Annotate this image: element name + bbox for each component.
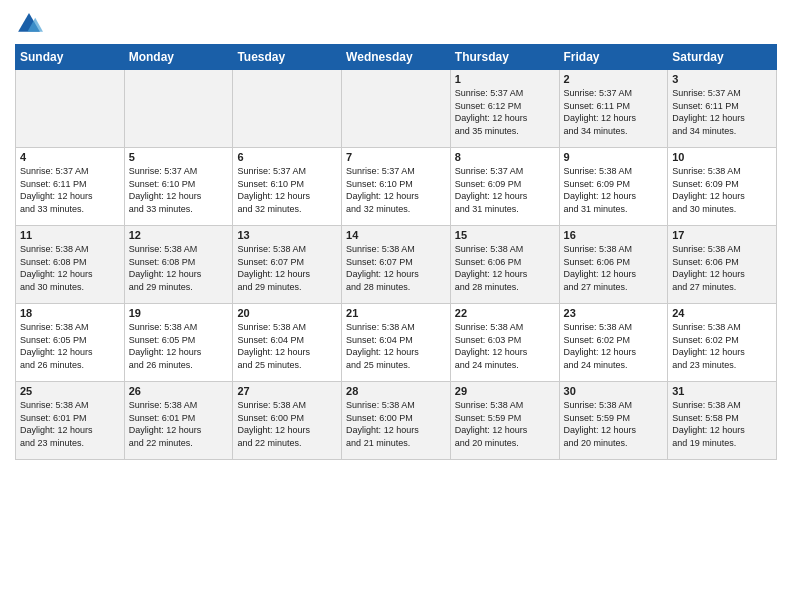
- calendar-cell: [16, 70, 125, 148]
- day-number: 11: [20, 229, 120, 241]
- calendar-cell: 27Sunrise: 5:38 AM Sunset: 6:00 PM Dayli…: [233, 382, 342, 460]
- day-number: 8: [455, 151, 555, 163]
- week-row-5: 25Sunrise: 5:38 AM Sunset: 6:01 PM Dayli…: [16, 382, 777, 460]
- calendar-cell: 14Sunrise: 5:38 AM Sunset: 6:07 PM Dayli…: [342, 226, 451, 304]
- header-cell-wednesday: Wednesday: [342, 45, 451, 70]
- calendar-cell: 13Sunrise: 5:38 AM Sunset: 6:07 PM Dayli…: [233, 226, 342, 304]
- day-number: 19: [129, 307, 229, 319]
- header-cell-sunday: Sunday: [16, 45, 125, 70]
- calendar-cell: 31Sunrise: 5:38 AM Sunset: 5:58 PM Dayli…: [668, 382, 777, 460]
- week-row-3: 11Sunrise: 5:38 AM Sunset: 6:08 PM Dayli…: [16, 226, 777, 304]
- day-number: 2: [564, 73, 664, 85]
- header-cell-thursday: Thursday: [450, 45, 559, 70]
- day-number: 28: [346, 385, 446, 397]
- calendar-cell: 11Sunrise: 5:38 AM Sunset: 6:08 PM Dayli…: [16, 226, 125, 304]
- page: SundayMondayTuesdayWednesdayThursdayFrid…: [0, 0, 792, 612]
- calendar-cell: [233, 70, 342, 148]
- calendar-cell: 6Sunrise: 5:37 AM Sunset: 6:10 PM Daylig…: [233, 148, 342, 226]
- cell-content: Sunrise: 5:37 AM Sunset: 6:10 PM Dayligh…: [346, 166, 419, 214]
- calendar-cell: 7Sunrise: 5:37 AM Sunset: 6:10 PM Daylig…: [342, 148, 451, 226]
- header-cell-monday: Monday: [124, 45, 233, 70]
- day-number: 30: [564, 385, 664, 397]
- cell-content: Sunrise: 5:38 AM Sunset: 6:01 PM Dayligh…: [129, 400, 202, 448]
- cell-content: Sunrise: 5:38 AM Sunset: 6:05 PM Dayligh…: [129, 322, 202, 370]
- day-number: 16: [564, 229, 664, 241]
- cell-content: Sunrise: 5:38 AM Sunset: 6:07 PM Dayligh…: [237, 244, 310, 292]
- calendar-cell: 16Sunrise: 5:38 AM Sunset: 6:06 PM Dayli…: [559, 226, 668, 304]
- calendar-cell: 12Sunrise: 5:38 AM Sunset: 6:08 PM Dayli…: [124, 226, 233, 304]
- logo: [15, 10, 47, 38]
- cell-content: Sunrise: 5:38 AM Sunset: 6:07 PM Dayligh…: [346, 244, 419, 292]
- day-number: 3: [672, 73, 772, 85]
- header: [15, 10, 777, 38]
- cell-content: Sunrise: 5:38 AM Sunset: 6:09 PM Dayligh…: [672, 166, 745, 214]
- day-number: 22: [455, 307, 555, 319]
- header-cell-tuesday: Tuesday: [233, 45, 342, 70]
- day-number: 17: [672, 229, 772, 241]
- calendar-cell: 1Sunrise: 5:37 AM Sunset: 6:12 PM Daylig…: [450, 70, 559, 148]
- cell-content: Sunrise: 5:38 AM Sunset: 6:04 PM Dayligh…: [346, 322, 419, 370]
- day-number: 1: [455, 73, 555, 85]
- calendar-cell: 29Sunrise: 5:38 AM Sunset: 5:59 PM Dayli…: [450, 382, 559, 460]
- cell-content: Sunrise: 5:37 AM Sunset: 6:10 PM Dayligh…: [237, 166, 310, 214]
- calendar-cell: 4Sunrise: 5:37 AM Sunset: 6:11 PM Daylig…: [16, 148, 125, 226]
- week-row-4: 18Sunrise: 5:38 AM Sunset: 6:05 PM Dayli…: [16, 304, 777, 382]
- logo-icon: [15, 10, 43, 38]
- calendar-cell: 2Sunrise: 5:37 AM Sunset: 6:11 PM Daylig…: [559, 70, 668, 148]
- day-number: 29: [455, 385, 555, 397]
- calendar-cell: [124, 70, 233, 148]
- calendar-cell: 21Sunrise: 5:38 AM Sunset: 6:04 PM Dayli…: [342, 304, 451, 382]
- calendar-cell: 25Sunrise: 5:38 AM Sunset: 6:01 PM Dayli…: [16, 382, 125, 460]
- cell-content: Sunrise: 5:38 AM Sunset: 6:02 PM Dayligh…: [672, 322, 745, 370]
- cell-content: Sunrise: 5:37 AM Sunset: 6:11 PM Dayligh…: [564, 88, 637, 136]
- week-row-2: 4Sunrise: 5:37 AM Sunset: 6:11 PM Daylig…: [16, 148, 777, 226]
- cell-content: Sunrise: 5:38 AM Sunset: 6:01 PM Dayligh…: [20, 400, 93, 448]
- day-number: 5: [129, 151, 229, 163]
- cell-content: Sunrise: 5:38 AM Sunset: 6:00 PM Dayligh…: [237, 400, 310, 448]
- calendar-cell: 15Sunrise: 5:38 AM Sunset: 6:06 PM Dayli…: [450, 226, 559, 304]
- cell-content: Sunrise: 5:38 AM Sunset: 5:58 PM Dayligh…: [672, 400, 745, 448]
- cell-content: Sunrise: 5:37 AM Sunset: 6:11 PM Dayligh…: [20, 166, 93, 214]
- day-number: 18: [20, 307, 120, 319]
- day-number: 4: [20, 151, 120, 163]
- cell-content: Sunrise: 5:37 AM Sunset: 6:10 PM Dayligh…: [129, 166, 202, 214]
- day-number: 24: [672, 307, 772, 319]
- calendar-cell: 23Sunrise: 5:38 AM Sunset: 6:02 PM Dayli…: [559, 304, 668, 382]
- calendar-cell: [342, 70, 451, 148]
- calendar-table: SundayMondayTuesdayWednesdayThursdayFrid…: [15, 44, 777, 460]
- cell-content: Sunrise: 5:37 AM Sunset: 6:09 PM Dayligh…: [455, 166, 528, 214]
- calendar-cell: 19Sunrise: 5:38 AM Sunset: 6:05 PM Dayli…: [124, 304, 233, 382]
- cell-content: Sunrise: 5:38 AM Sunset: 6:06 PM Dayligh…: [672, 244, 745, 292]
- cell-content: Sunrise: 5:38 AM Sunset: 6:02 PM Dayligh…: [564, 322, 637, 370]
- calendar-cell: 22Sunrise: 5:38 AM Sunset: 6:03 PM Dayli…: [450, 304, 559, 382]
- day-number: 25: [20, 385, 120, 397]
- day-number: 10: [672, 151, 772, 163]
- calendar-cell: 30Sunrise: 5:38 AM Sunset: 5:59 PM Dayli…: [559, 382, 668, 460]
- day-number: 14: [346, 229, 446, 241]
- day-number: 27: [237, 385, 337, 397]
- calendar-header: SundayMondayTuesdayWednesdayThursdayFrid…: [16, 45, 777, 70]
- cell-content: Sunrise: 5:38 AM Sunset: 6:05 PM Dayligh…: [20, 322, 93, 370]
- day-number: 15: [455, 229, 555, 241]
- header-row: SundayMondayTuesdayWednesdayThursdayFrid…: [16, 45, 777, 70]
- day-number: 26: [129, 385, 229, 397]
- header-cell-saturday: Saturday: [668, 45, 777, 70]
- calendar-cell: 17Sunrise: 5:38 AM Sunset: 6:06 PM Dayli…: [668, 226, 777, 304]
- calendar-cell: 9Sunrise: 5:38 AM Sunset: 6:09 PM Daylig…: [559, 148, 668, 226]
- cell-content: Sunrise: 5:38 AM Sunset: 6:09 PM Dayligh…: [564, 166, 637, 214]
- day-number: 20: [237, 307, 337, 319]
- calendar-cell: 24Sunrise: 5:38 AM Sunset: 6:02 PM Dayli…: [668, 304, 777, 382]
- cell-content: Sunrise: 5:38 AM Sunset: 6:08 PM Dayligh…: [129, 244, 202, 292]
- calendar-cell: 8Sunrise: 5:37 AM Sunset: 6:09 PM Daylig…: [450, 148, 559, 226]
- cell-content: Sunrise: 5:38 AM Sunset: 5:59 PM Dayligh…: [455, 400, 528, 448]
- calendar-cell: 26Sunrise: 5:38 AM Sunset: 6:01 PM Dayli…: [124, 382, 233, 460]
- calendar-cell: 10Sunrise: 5:38 AM Sunset: 6:09 PM Dayli…: [668, 148, 777, 226]
- cell-content: Sunrise: 5:37 AM Sunset: 6:11 PM Dayligh…: [672, 88, 745, 136]
- week-row-1: 1Sunrise: 5:37 AM Sunset: 6:12 PM Daylig…: [16, 70, 777, 148]
- cell-content: Sunrise: 5:38 AM Sunset: 6:03 PM Dayligh…: [455, 322, 528, 370]
- calendar-cell: 5Sunrise: 5:37 AM Sunset: 6:10 PM Daylig…: [124, 148, 233, 226]
- day-number: 6: [237, 151, 337, 163]
- day-number: 31: [672, 385, 772, 397]
- day-number: 13: [237, 229, 337, 241]
- day-number: 23: [564, 307, 664, 319]
